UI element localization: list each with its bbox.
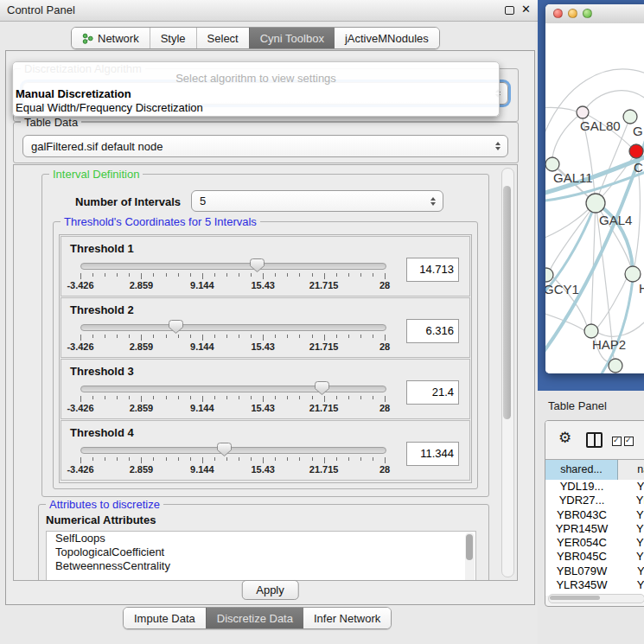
interval-definition-legend: Interval Definition xyxy=(49,168,143,181)
network-edge[interactable] xyxy=(550,203,596,271)
table-header-row: shared... name xyxy=(545,459,644,481)
network-edge[interactable] xyxy=(552,112,583,158)
mac-zoom-icon[interactable] xyxy=(583,9,592,18)
attribute-item-topologicalcoefficient[interactable]: TopologicalCoefficient xyxy=(47,545,475,559)
network-window-titlebar[interactable] xyxy=(545,4,644,24)
network-node-gal11[interactable] xyxy=(545,157,559,171)
slider-tick-labels: -3.4262.8599.14415.4321.71528 xyxy=(80,403,385,413)
threshold-value-field[interactable]: 14.713 xyxy=(406,258,459,282)
panel-vertical-scrollbar[interactable] xyxy=(501,168,514,577)
tab-label: Impute Data xyxy=(134,612,195,625)
number-of-intervals-combobox[interactable]: 5 xyxy=(191,190,443,212)
network-node-gal4[interactable] xyxy=(586,194,605,213)
checkbox-icon[interactable] xyxy=(612,437,622,446)
table-data-combobox-value: galFiltered.sif default node xyxy=(31,140,163,153)
numerical-attributes-label: Numerical Attributes xyxy=(46,513,156,526)
cyni-toolbox-pane: Discretization Algorithm Table Data galF… xyxy=(5,50,535,605)
table-row[interactable]: YBR045CYBR0 xyxy=(545,550,644,564)
dropdown-item-manual-discretization[interactable]: Manual Discretization xyxy=(16,87,496,101)
mac-minimize-icon[interactable] xyxy=(568,9,577,18)
column-header-name[interactable]: name xyxy=(618,460,644,481)
tab-infer-network[interactable]: Infer Network xyxy=(303,608,391,628)
table-row[interactable]: YPR145WYPR1 xyxy=(545,522,644,536)
threshold-row-1: Threshold 1-3.4262.8599.14415.4321.71528… xyxy=(61,236,470,296)
table-data-combobox[interactable]: galFiltered.sif default node xyxy=(22,135,508,157)
threshold-slider[interactable] xyxy=(80,324,386,331)
cell-shared-name: YLR345W xyxy=(545,578,618,592)
cell-name: YER0 xyxy=(618,536,644,550)
threshold-row-4: Threshold 4-3.4262.8599.14415.4321.71528… xyxy=(61,420,470,481)
tab-style[interactable]: Style xyxy=(150,28,196,48)
network-node-hap2[interactable] xyxy=(584,324,598,338)
network-node-gcy1[interactable] xyxy=(545,268,553,282)
node-label: HAP2 xyxy=(592,337,626,352)
tab-label: Network xyxy=(98,32,139,45)
table-row[interactable]: YLR345WYLR3 xyxy=(545,578,644,592)
cell-name: YBL0 xyxy=(618,564,644,578)
cell-name: YLR3 xyxy=(618,578,644,592)
tab-label: jActiveMNodules xyxy=(345,32,429,45)
control-panel: Control Panel ✕ NetworkStyleSelectCyni T… xyxy=(0,0,538,644)
tab-jactivemnodules[interactable]: jActiveMNodules xyxy=(335,28,439,48)
settings-scroll-panel: Interval Definition Number of Intervals … xyxy=(13,164,518,581)
threshold-value-field[interactable]: 21.4 xyxy=(406,380,459,405)
tab-discretize-data[interactable]: Discretize Data xyxy=(206,608,303,628)
combo-arrows-icon xyxy=(430,197,436,206)
list-scrollbar[interactable] xyxy=(465,532,475,581)
network-node-c[interactable] xyxy=(629,144,643,158)
table-row[interactable]: YDR27...YDR2 xyxy=(545,494,644,507)
checkbox-icon[interactable] xyxy=(624,437,634,446)
threshold-value-field[interactable]: 11.344 xyxy=(406,442,459,466)
column-header-shared-name[interactable]: shared... xyxy=(545,460,618,481)
slider-ticks xyxy=(80,457,385,464)
thresholds-group: Threshold's Coordinates for 5 Intervals … xyxy=(53,221,478,489)
slider-tick-labels: -3.4262.8599.14415.4321.71528 xyxy=(80,280,385,290)
mac-close-icon[interactable] xyxy=(553,9,563,18)
apply-button[interactable]: Apply xyxy=(241,580,299,600)
network-node-h[interactable] xyxy=(625,266,641,282)
close-icon[interactable]: ✕ xyxy=(521,3,531,16)
tab-cyni-toolbox[interactable]: Cyni Toolbox xyxy=(249,28,335,48)
node-label: G xyxy=(633,124,643,138)
attribute-item-betweennesscentrality[interactable]: BetweennessCentrality xyxy=(47,559,475,573)
node-label: GAL80 xyxy=(580,118,621,133)
network-edge[interactable] xyxy=(545,107,577,112)
network-canvas[interactable]: GAL80GCGAL11GAL4GCY1HHAP2 xyxy=(545,23,644,373)
table-data-group: Table Data galFiltered.sif default node xyxy=(13,122,519,163)
gear-icon[interactable]: ⚙ xyxy=(558,429,571,446)
slider-ticks xyxy=(80,335,385,341)
thresholds-group-legend: Threshold's Coordinates for 5 Intervals xyxy=(61,215,260,228)
slider-ticks xyxy=(80,396,385,403)
table-row[interactable]: YER054CYER0 xyxy=(545,536,644,550)
table-horizontal-scrollbar[interactable] xyxy=(548,594,644,603)
table-row[interactable]: YBL079WYBL0 xyxy=(545,564,644,578)
dropdown-prompt: Select algorithm to view settings xyxy=(13,72,499,85)
float-window-icon[interactable] xyxy=(505,6,514,15)
number-of-intervals-value: 5 xyxy=(200,194,206,207)
split-columns-icon[interactable] xyxy=(586,432,603,448)
network-edge[interactable] xyxy=(583,91,644,112)
tab-impute-data[interactable]: Impute Data xyxy=(124,608,206,628)
table-row[interactable]: YDL19...YDL1 xyxy=(545,480,644,494)
threshold-value-field[interactable]: 6.316 xyxy=(406,319,459,343)
thresholds-container: Threshold 1-3.4262.8599.14415.4321.71528… xyxy=(59,234,472,483)
threshold-slider[interactable] xyxy=(80,263,386,270)
threshold-row-3: Threshold 3-3.4262.8599.14415.4321.71528… xyxy=(61,359,470,419)
dropdown-item-equal-width-frequency-discretization[interactable]: Equal Width/Frequency Discretization xyxy=(16,101,496,115)
network-edge[interactable] xyxy=(596,124,628,203)
network-edge-thick[interactable] xyxy=(545,125,644,359)
table-data-legend: Table Data xyxy=(21,116,81,129)
network-node[interactable] xyxy=(609,359,622,373)
bottom-tabs: Impute DataDiscretize DataInfer Network xyxy=(123,607,392,629)
attribute-item-selfloops[interactable]: SelfLoops xyxy=(47,532,475,545)
network-node-gal80[interactable] xyxy=(577,106,589,118)
threshold-slider[interactable] xyxy=(80,386,386,392)
tab-label: Infer Network xyxy=(314,612,380,625)
tab-network[interactable]: Network xyxy=(72,28,150,48)
table-row[interactable]: YBR043CYBR0 xyxy=(545,508,644,522)
tab-select[interactable]: Select xyxy=(196,28,249,48)
panel-title: Control Panel xyxy=(7,3,75,16)
cell-shared-name: YDL19... xyxy=(545,480,618,494)
threshold-slider[interactable] xyxy=(80,447,386,454)
network-node-g[interactable] xyxy=(623,110,637,124)
